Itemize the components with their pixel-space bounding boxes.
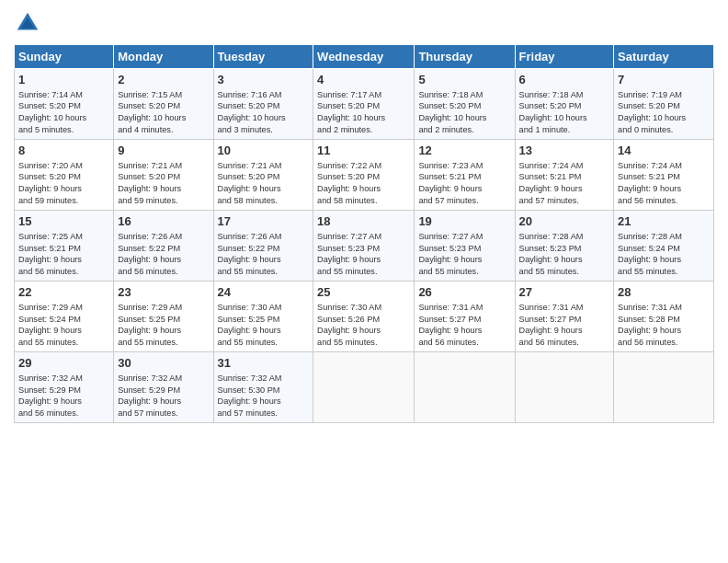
cell-content: Sunrise: 7:29 AM Sunset: 5:24 PM Dayligh… bbox=[18, 302, 109, 350]
cell-content: Sunrise: 7:18 AM Sunset: 5:20 PM Dayligh… bbox=[418, 89, 510, 137]
calendar-cell: 7Sunrise: 7:19 AM Sunset: 5:20 PM Daylig… bbox=[614, 69, 714, 140]
calendar-cell: 26Sunrise: 7:31 AM Sunset: 5:27 PM Dayli… bbox=[415, 282, 515, 352]
cell-content: Sunrise: 7:24 AM Sunset: 5:21 PM Dayligh… bbox=[618, 160, 710, 208]
cell-content: Sunrise: 7:32 AM Sunset: 5:29 PM Dayligh… bbox=[18, 373, 109, 420]
cell-content: Sunrise: 7:28 AM Sunset: 5:23 PM Dayligh… bbox=[519, 231, 610, 279]
day-number: 25 bbox=[317, 284, 410, 301]
day-number: 7 bbox=[618, 72, 710, 88]
calendar-cell: 11Sunrise: 7:22 AM Sunset: 5:20 PM Dayli… bbox=[313, 140, 415, 211]
cell-content: Sunrise: 7:30 AM Sunset: 5:25 PM Dayligh… bbox=[218, 302, 310, 350]
day-number: 29 bbox=[18, 355, 109, 372]
calendar-cell bbox=[614, 352, 714, 423]
day-number: 19 bbox=[418, 213, 510, 230]
week-row-5: 29Sunrise: 7:32 AM Sunset: 5:29 PM Dayli… bbox=[15, 352, 714, 423]
day-number: 9 bbox=[118, 143, 209, 159]
day-number: 11 bbox=[317, 143, 410, 159]
col-header-tuesday: Tuesday bbox=[213, 45, 313, 69]
cell-content: Sunrise: 7:19 AM Sunset: 5:20 PM Dayligh… bbox=[618, 89, 710, 137]
calendar-cell: 16Sunrise: 7:26 AM Sunset: 5:22 PM Dayli… bbox=[114, 211, 213, 282]
logo bbox=[14, 9, 45, 37]
cell-content: Sunrise: 7:32 AM Sunset: 5:29 PM Dayligh… bbox=[118, 373, 209, 420]
day-number: 15 bbox=[18, 213, 109, 230]
calendar-cell: 3Sunrise: 7:16 AM Sunset: 5:20 PM Daylig… bbox=[213, 69, 313, 140]
calendar-cell: 6Sunrise: 7:18 AM Sunset: 5:20 PM Daylig… bbox=[515, 69, 614, 140]
calendar-cell: 10Sunrise: 7:21 AM Sunset: 5:20 PM Dayli… bbox=[213, 140, 313, 211]
day-number: 17 bbox=[218, 213, 310, 230]
week-row-1: 1Sunrise: 7:14 AM Sunset: 5:20 PM Daylig… bbox=[15, 69, 714, 140]
day-number: 3 bbox=[218, 72, 310, 88]
calendar-cell: 25Sunrise: 7:30 AM Sunset: 5:26 PM Dayli… bbox=[313, 282, 415, 352]
day-number: 14 bbox=[618, 143, 710, 159]
calendar-cell: 4Sunrise: 7:17 AM Sunset: 5:20 PM Daylig… bbox=[313, 69, 415, 140]
week-row-3: 15Sunrise: 7:25 AM Sunset: 5:21 PM Dayli… bbox=[15, 211, 714, 282]
calendar-cell: 20Sunrise: 7:28 AM Sunset: 5:23 PM Dayli… bbox=[515, 211, 614, 282]
day-number: 21 bbox=[618, 213, 710, 230]
col-header-saturday: Saturday bbox=[614, 45, 714, 69]
cell-content: Sunrise: 7:24 AM Sunset: 5:21 PM Dayligh… bbox=[519, 160, 610, 208]
cell-content: Sunrise: 7:21 AM Sunset: 5:20 PM Dayligh… bbox=[118, 160, 209, 208]
page-container: SundayMondayTuesdayWednesdayThursdayFrid… bbox=[0, 0, 728, 432]
calendar-cell: 27Sunrise: 7:31 AM Sunset: 5:27 PM Dayli… bbox=[515, 282, 614, 352]
day-number: 10 bbox=[218, 143, 310, 159]
cell-content: Sunrise: 7:17 AM Sunset: 5:20 PM Dayligh… bbox=[317, 89, 410, 137]
day-number: 20 bbox=[519, 213, 610, 230]
calendar-cell: 2Sunrise: 7:15 AM Sunset: 5:20 PM Daylig… bbox=[114, 69, 213, 140]
calendar-cell bbox=[515, 352, 614, 423]
calendar-cell: 15Sunrise: 7:25 AM Sunset: 5:21 PM Dayli… bbox=[15, 211, 114, 282]
day-number: 6 bbox=[519, 72, 610, 88]
calendar-cell: 31Sunrise: 7:32 AM Sunset: 5:30 PM Dayli… bbox=[213, 352, 313, 423]
calendar-cell: 12Sunrise: 7:23 AM Sunset: 5:21 PM Dayli… bbox=[415, 140, 515, 211]
cell-content: Sunrise: 7:16 AM Sunset: 5:20 PM Dayligh… bbox=[218, 89, 310, 137]
day-number: 2 bbox=[118, 72, 209, 88]
week-row-2: 8Sunrise: 7:20 AM Sunset: 5:20 PM Daylig… bbox=[15, 140, 714, 211]
col-header-thursday: Thursday bbox=[415, 45, 515, 69]
calendar-cell: 23Sunrise: 7:29 AM Sunset: 5:25 PM Dayli… bbox=[114, 282, 213, 352]
calendar-cell: 22Sunrise: 7:29 AM Sunset: 5:24 PM Dayli… bbox=[15, 282, 114, 352]
cell-content: Sunrise: 7:27 AM Sunset: 5:23 PM Dayligh… bbox=[317, 231, 410, 279]
day-number: 5 bbox=[418, 72, 510, 88]
cell-content: Sunrise: 7:30 AM Sunset: 5:26 PM Dayligh… bbox=[317, 302, 410, 350]
cell-content: Sunrise: 7:27 AM Sunset: 5:23 PM Dayligh… bbox=[418, 231, 510, 279]
day-number: 22 bbox=[18, 284, 109, 301]
calendar-body: 1Sunrise: 7:14 AM Sunset: 5:20 PM Daylig… bbox=[15, 69, 714, 423]
calendar-cell: 13Sunrise: 7:24 AM Sunset: 5:21 PM Dayli… bbox=[515, 140, 614, 211]
cell-content: Sunrise: 7:21 AM Sunset: 5:20 PM Dayligh… bbox=[218, 160, 310, 208]
day-number: 1 bbox=[18, 72, 109, 88]
day-number: 28 bbox=[618, 284, 710, 301]
calendar-cell: 17Sunrise: 7:26 AM Sunset: 5:22 PM Dayli… bbox=[213, 211, 313, 282]
day-number: 18 bbox=[317, 213, 410, 230]
col-header-monday: Monday bbox=[114, 45, 213, 69]
calendar-cell: 21Sunrise: 7:28 AM Sunset: 5:24 PM Dayli… bbox=[614, 211, 714, 282]
cell-content: Sunrise: 7:15 AM Sunset: 5:20 PM Dayligh… bbox=[118, 89, 209, 137]
day-number: 23 bbox=[118, 284, 209, 301]
day-number: 24 bbox=[218, 284, 310, 301]
cell-content: Sunrise: 7:25 AM Sunset: 5:21 PM Dayligh… bbox=[18, 231, 109, 279]
calendar-cell: 19Sunrise: 7:27 AM Sunset: 5:23 PM Dayli… bbox=[415, 211, 515, 282]
day-number: 8 bbox=[18, 143, 109, 159]
cell-content: Sunrise: 7:32 AM Sunset: 5:30 PM Dayligh… bbox=[218, 373, 310, 420]
col-header-wednesday: Wednesday bbox=[313, 45, 415, 69]
day-number: 4 bbox=[317, 72, 410, 88]
logo-icon bbox=[14, 9, 41, 37]
calendar-cell: 9Sunrise: 7:21 AM Sunset: 5:20 PM Daylig… bbox=[114, 140, 213, 211]
calendar-cell: 18Sunrise: 7:27 AM Sunset: 5:23 PM Dayli… bbox=[313, 211, 415, 282]
cell-content: Sunrise: 7:14 AM Sunset: 5:20 PM Dayligh… bbox=[18, 89, 109, 137]
day-number: 13 bbox=[519, 143, 610, 159]
day-number: 12 bbox=[418, 143, 510, 159]
calendar-cell: 24Sunrise: 7:30 AM Sunset: 5:25 PM Dayli… bbox=[213, 282, 313, 352]
week-row-4: 22Sunrise: 7:29 AM Sunset: 5:24 PM Dayli… bbox=[15, 282, 714, 352]
cell-content: Sunrise: 7:18 AM Sunset: 5:20 PM Dayligh… bbox=[519, 89, 610, 137]
col-header-sunday: Sunday bbox=[15, 45, 114, 69]
cell-content: Sunrise: 7:20 AM Sunset: 5:20 PM Dayligh… bbox=[18, 160, 109, 208]
calendar-cell: 28Sunrise: 7:31 AM Sunset: 5:28 PM Dayli… bbox=[614, 282, 714, 352]
header bbox=[14, 9, 714, 37]
cell-content: Sunrise: 7:31 AM Sunset: 5:27 PM Dayligh… bbox=[519, 302, 610, 350]
cell-content: Sunrise: 7:26 AM Sunset: 5:22 PM Dayligh… bbox=[218, 231, 310, 279]
cell-content: Sunrise: 7:31 AM Sunset: 5:28 PM Dayligh… bbox=[618, 302, 710, 350]
day-number: 30 bbox=[118, 355, 209, 372]
header-row: SundayMondayTuesdayWednesdayThursdayFrid… bbox=[15, 45, 714, 69]
calendar-cell: 14Sunrise: 7:24 AM Sunset: 5:21 PM Dayli… bbox=[614, 140, 714, 211]
calendar-cell: 5Sunrise: 7:18 AM Sunset: 5:20 PM Daylig… bbox=[415, 69, 515, 140]
cell-content: Sunrise: 7:26 AM Sunset: 5:22 PM Dayligh… bbox=[118, 231, 209, 279]
calendar-cell: 30Sunrise: 7:32 AM Sunset: 5:29 PM Dayli… bbox=[114, 352, 213, 423]
